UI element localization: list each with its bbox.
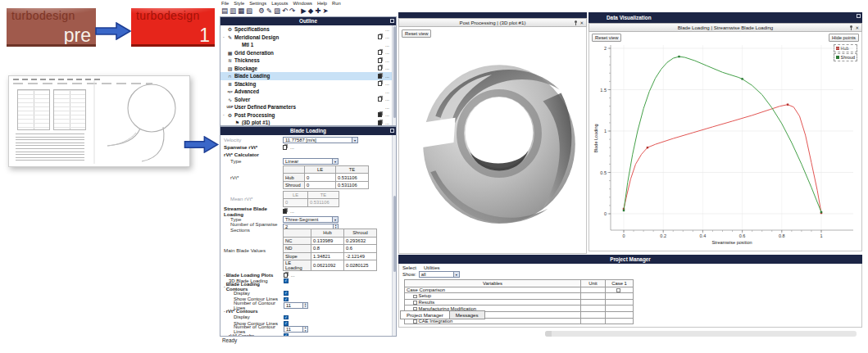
- menu-file[interactable]: File: [221, 1, 229, 6]
- case1-cell[interactable]: [606, 318, 634, 324]
- save-all-icon[interactable]: ▧: [246, 6, 252, 16]
- open-project-icon[interactable]: ▥: [229, 6, 236, 16]
- more-options[interactable]: ...: [385, 81, 389, 86]
- close-icon[interactable]: ✕: [855, 24, 859, 32]
- outline-item-stacking[interactable]: ≣Stacking...: [220, 80, 392, 88]
- scroll-thumb[interactable]: [545, 331, 552, 337]
- pm-menu-select[interactable]: Select: [402, 265, 416, 270]
- detach-page-icon[interactable]: [378, 34, 382, 39]
- blade-scrollbar[interactable]: [392, 135, 396, 336]
- float-panel-icon[interactable]: [390, 129, 394, 133]
- new-file-icon[interactable]: ▤: [221, 6, 228, 16]
- post-processing-header[interactable]: Post Processing | (3D plot #1) ✕: [398, 18, 587, 27]
- detach-page-icon[interactable]: [378, 50, 382, 55]
- value-cell[interactable]: 0.0280125: [344, 260, 377, 271]
- checkbox-show-contour-lines[interactable]: ✓: [284, 321, 289, 326]
- menu-style[interactable]: Style: [234, 1, 244, 6]
- tab-project-manager[interactable]: Project Manager: [400, 310, 450, 319]
- pm-menu-utilities[interactable]: Utilities: [424, 265, 440, 270]
- loading-type-select[interactable]: Three-Segment ▾: [283, 216, 339, 223]
- row-checkbox[interactable]: [413, 295, 417, 299]
- post-processing-dock-titlebar[interactable]: [398, 12, 587, 18]
- case1-cell[interactable]: [606, 287, 634, 293]
- value-cell[interactable]: 0.531106: [336, 174, 369, 182]
- menu-settings[interactable]: Settings: [249, 1, 266, 6]
- chart-panel-header[interactable]: Blade Loading | Streamwise Blade Loading…: [589, 23, 862, 32]
- case1-cell[interactable]: [606, 293, 634, 300]
- more-options[interactable]: ...: [385, 27, 389, 32]
- outline-item-thickness[interactable]: ≋Thickness...: [220, 57, 392, 65]
- more-options[interactable]: ...: [385, 58, 389, 63]
- detach-page-icon[interactable]: [378, 81, 382, 86]
- outline-item-post-processing[interactable]: -⚙Post Processing...: [220, 111, 392, 120]
- case1-cell[interactable]: [606, 305, 634, 312]
- pin-icon[interactable]: [574, 20, 577, 25]
- checkbox-display[interactable]: ✓: [284, 291, 289, 296]
- checkbox-show-contour-lines[interactable]: ✓: [284, 297, 289, 302]
- pm-row-results[interactable]: Results: [405, 299, 634, 305]
- blade-loading-chart[interactable]: 00.20.40.60.8100.511.52Streamwise positi…: [591, 40, 860, 250]
- outline-item-grid-generation[interactable]: ▦Grid Generation...: [220, 49, 392, 57]
- 3d-viewport[interactable]: Reset view: [398, 27, 587, 254]
- tool-icon[interactable]: ◆: [308, 6, 314, 16]
- value-cell[interactable]: 0: [305, 174, 336, 182]
- run-icon[interactable]: ▶: [301, 6, 307, 16]
- more-options[interactable]: ...: [385, 50, 389, 55]
- spinner-down-icon[interactable]: ▼: [303, 305, 307, 308]
- variable-cell[interactable]: Case Comparison: [405, 287, 581, 293]
- spinner-down-icon[interactable]: ▼: [303, 330, 307, 333]
- more-options[interactable]: ...: [385, 43, 389, 48]
- value-cell[interactable]: 0.0621092: [311, 260, 344, 271]
- value-cell[interactable]: 0.293632: [344, 237, 377, 245]
- spinner-arrows-icon[interactable]: ▲▼: [302, 303, 307, 308]
- expander-icon[interactable]: -: [224, 309, 225, 314]
- more-options[interactable]: ...: [385, 112, 389, 117]
- checkbox-display[interactable]: ✓: [284, 315, 289, 320]
- value-cell[interactable]: 0.6: [344, 245, 377, 253]
- undo-icon[interactable]: ↶: [282, 6, 288, 16]
- scroll-thumb[interactable]: [393, 26, 397, 118]
- project-manager-titlebar[interactable]: Project Manager: [398, 255, 862, 264]
- spinner-arrows-icon[interactable]: ▲▼: [302, 327, 307, 332]
- expander-icon[interactable]: -: [224, 273, 225, 278]
- horizontal-scrollbar[interactable]: [545, 331, 857, 337]
- value-cell[interactable]: 0.133989: [311, 237, 344, 245]
- detach-page-icon[interactable]: [378, 97, 382, 102]
- outline-item-3d-plot-1[interactable]: ⚑(3D plot #1)...: [220, 119, 392, 126]
- scroll-thumb[interactable]: [393, 196, 397, 272]
- detach-page-icon[interactable]: [378, 58, 382, 63]
- spinner-number-of-contour-lines[interactable]: 11▲▼: [284, 302, 308, 309]
- impeller-3d-render[interactable]: [422, 47, 579, 235]
- value-cell[interactable]: -2.12149: [344, 252, 377, 260]
- checkbox-rvt-graphs[interactable]: ✓: [284, 333, 289, 337]
- variable-cell[interactable]: Results: [405, 299, 581, 305]
- more-options[interactable]: ...: [290, 145, 294, 150]
- spinner-number-of-contour-lines[interactable]: 11▲▼: [284, 326, 308, 333]
- outline-item-user-defined-parameters[interactable]: UDPUser Defined Parameters...: [220, 103, 392, 111]
- more-options[interactable]: ...: [385, 105, 389, 110]
- case1-cell[interactable]: [606, 311, 634, 318]
- outline-item-blade-loading[interactable]: ∩Blade Loading...: [220, 72, 392, 80]
- case1-cell[interactable]: [606, 299, 634, 305]
- show-filter-select[interactable]: all ▾: [419, 271, 460, 278]
- rvt-type-select[interactable]: Linear ▾: [283, 158, 339, 165]
- row-checkbox[interactable]: [413, 301, 417, 305]
- outline-titlebar[interactable]: Outline: [220, 17, 396, 25]
- reset-view-button[interactable]: Reset view: [402, 29, 431, 38]
- row-checkbox[interactable]: [413, 319, 417, 324]
- case-checkbox[interactable]: [616, 288, 620, 292]
- outline-item-solver[interactable]: ∿Solver...: [220, 96, 392, 104]
- redo-icon[interactable]: ↷: [289, 6, 295, 16]
- more-options[interactable]: ...: [291, 273, 295, 278]
- detach-page-icon[interactable]: [378, 120, 382, 125]
- layout-icon[interactable]: ▨: [274, 6, 280, 16]
- tab-messages[interactable]: Messages: [450, 310, 485, 319]
- checkbox-3d-blade-loading[interactable]: ✓: [284, 278, 289, 283]
- outline-scrollbar[interactable]: [392, 25, 396, 125]
- outline-item-mtl-1[interactable]: Mtl 1...: [220, 41, 392, 49]
- more-options[interactable]: ...: [385, 74, 389, 79]
- outline-item-blockage[interactable]: ▨Blockage...: [220, 65, 392, 73]
- expander-icon[interactable]: -: [224, 284, 225, 289]
- pm-row-case-comparison[interactable]: Case Comparison: [405, 287, 634, 293]
- more-options[interactable]: ...: [385, 89, 389, 94]
